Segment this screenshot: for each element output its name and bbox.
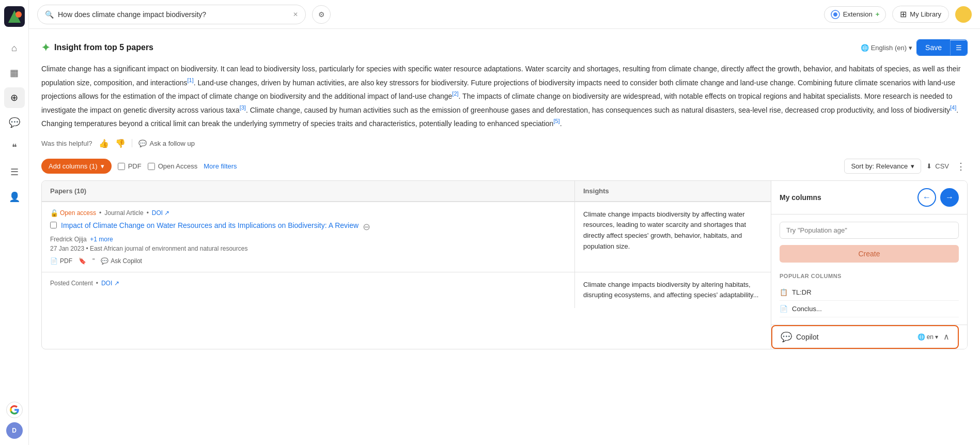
cite-button-1[interactable]: " (92, 257, 95, 265)
ask-followup-button[interactable]: 💬 Ask a follow up (138, 140, 195, 147)
thumbs-down-button[interactable]: 👎 (115, 139, 126, 148)
grid-lines-icon: ⊞ (900, 9, 907, 19)
paper-date-1: 27 Jan 2023 • East African journal of en… (50, 245, 566, 252)
insight-cell-2: Climate change impacts biodiversity by a… (574, 272, 771, 309)
google-icon[interactable] (6, 402, 23, 418)
table-row-2: Posted Content • DOI ↗ Climate change im… (42, 272, 771, 309)
column-search-input[interactable] (780, 222, 959, 239)
sidebar-item-user[interactable]: 👤 (4, 187, 25, 207)
bookmark-button-1[interactable]: 🔖 (79, 257, 86, 265)
paper-cell-2: Posted Content • DOI ↗ (42, 272, 574, 309)
avatar[interactable] (955, 6, 972, 23)
more-filters-button[interactable]: More filters (204, 162, 237, 170)
library-button[interactable]: ⊞ My Library (892, 6, 949, 23)
ref-5[interactable]: [5] (553, 118, 559, 124)
copilot-left: 💬 Copilot (781, 331, 819, 343)
pdf-button-1[interactable]: 📄 PDF (50, 257, 72, 265)
insight-controls: 🌐 English (en) ▾ Save ☰ (861, 39, 968, 56)
more-options-icon: ⋮ (956, 161, 966, 172)
papers-table: Papers (10) Insights 🔓 Open acc (41, 180, 968, 349)
sidebar-item-home[interactable]: ⌂ (4, 38, 25, 58)
csv-button[interactable]: ⬇ CSV (926, 162, 949, 170)
tldr-icon: 📋 (780, 288, 788, 296)
chat-icon: 💬 (9, 117, 20, 128)
discord-icon[interactable]: D (6, 422, 23, 439)
ref-2[interactable]: [2] (452, 90, 458, 97)
conclusion-label: Conclus... (792, 305, 822, 313)
paper-collapse-icon[interactable]: ⊖ (363, 221, 370, 233)
thumbs-up-button[interactable]: 👍 (99, 139, 109, 148)
grid-icon: ▦ (10, 67, 19, 79)
open-access-filter[interactable]: Open Access (148, 162, 198, 170)
language-selector[interactable]: 🌐 English (en) ▾ (861, 44, 912, 52)
ref-4[interactable]: [4] (950, 104, 956, 111)
add-columns-label: Add columns (1) (49, 162, 98, 170)
popular-item-conclusion[interactable]: 📄 Conclus... (780, 301, 959, 317)
create-button[interactable]: Create (780, 245, 959, 263)
meta-separator: • (147, 209, 149, 217)
ask-copilot-label: Ask Copilot (111, 257, 142, 265)
filters-right: Sort by: Relevance ▾ ⬇ CSV ⋮ (844, 159, 968, 174)
ref-1[interactable]: [1] (188, 77, 194, 83)
divider (132, 139, 132, 147)
open-access-badge: 🔓 Open access (50, 209, 96, 217)
sort-button[interactable]: Sort by: Relevance ▾ (844, 159, 921, 174)
content-area: ✦ Insight from top 5 papers 🌐 English (e… (29, 29, 980, 445)
sidebar-item-search[interactable]: ⊕ (4, 87, 25, 108)
sidebar: ⌂ ▦ ⊕ 💬 ❝ ☰ 👤 (0, 0, 29, 445)
nav-forward-button[interactable]: → (940, 188, 959, 207)
sidebar-item-quote[interactable]: ❝ (4, 137, 25, 158)
copilot-chat-icon: 💬 (781, 331, 792, 343)
header-right: Extension + ⊞ My Library (824, 6, 972, 23)
copilot-icon: 💬 (138, 140, 147, 147)
chevron-down-icon: ▾ (911, 162, 914, 170)
copilot-icon: 💬 (101, 257, 108, 265)
collapse-icon: ∧ (943, 332, 950, 341)
my-columns-panel: My columns ← → Create POPULAR COLUMNS 📋 … (771, 181, 967, 349)
search-input[interactable] (58, 10, 289, 19)
followup-label: Ask a follow up (150, 140, 195, 147)
copilot-label: Copilot (796, 333, 819, 341)
paper-title-1[interactable]: Impact of Climate Change on Water Resour… (61, 220, 359, 231)
copilot-lang-label: en (927, 333, 934, 341)
article-type: Journal Article (104, 209, 143, 217)
panel-body: Create POPULAR COLUMNS 📋 TL:DR 📄 Conclus… (771, 214, 967, 325)
insight-text-6: . (560, 119, 562, 128)
clear-icon[interactable]: ✕ (293, 11, 298, 18)
copilot-language-selector[interactable]: 🌐 en ▾ (917, 333, 938, 341)
list-icon: ☰ (956, 44, 962, 52)
home-icon: ⌂ (11, 43, 17, 54)
settings-button[interactable]: ⚙ (312, 5, 331, 24)
save-button[interactable]: Save (917, 40, 950, 55)
insight-header: ✦ Insight from top 5 papers 🌐 English (e… (41, 39, 968, 56)
extension-button[interactable]: Extension + (824, 6, 886, 23)
paper-meta-2: Posted Content • DOI ↗ (50, 280, 566, 287)
save-list-button[interactable]: ☰ (950, 40, 967, 55)
panel-header: My columns ← → (771, 181, 967, 214)
chevron-down-icon: ▾ (935, 333, 938, 341)
paper-checkbox-1[interactable] (50, 222, 57, 228)
doi-link[interactable]: DOI ↗ (152, 209, 170, 217)
sidebar-item-list[interactable]: ☰ (4, 162, 25, 182)
extension-label: Extension (843, 10, 873, 18)
add-columns-button[interactable]: Add columns (1) ▾ (41, 159, 112, 174)
insights-header-label: Insights (583, 187, 609, 195)
pdf-filter[interactable]: PDF (118, 162, 142, 170)
doi-link-2[interactable]: DOI ↗ (101, 280, 119, 287)
language-label: English (en) (871, 44, 907, 52)
pdf-label: PDF (60, 257, 72, 265)
pdf-checkbox[interactable] (118, 163, 125, 170)
main-content: 🔍 ✕ ⚙ Extension + ⊞ My Library (29, 0, 980, 445)
copilot-collapse-button[interactable]: ∧ (943, 332, 950, 342)
popular-item-tldr[interactable]: 📋 TL:DR (780, 284, 959, 301)
extension-plus: + (876, 10, 880, 18)
helpful-label: Was this helpful? (41, 140, 92, 147)
sidebar-item-chat[interactable]: 💬 (4, 112, 25, 133)
logo[interactable] (4, 6, 25, 28)
more-options-button[interactable]: ⋮ (954, 159, 968, 174)
sidebar-item-grid[interactable]: ▦ (4, 63, 25, 83)
open-access-checkbox[interactable] (148, 163, 155, 170)
nav-back-button[interactable]: ← (917, 188, 936, 207)
ask-copilot-button-1[interactable]: 💬 Ask Copilot (101, 257, 142, 265)
ref-3[interactable]: [3] (240, 104, 246, 111)
